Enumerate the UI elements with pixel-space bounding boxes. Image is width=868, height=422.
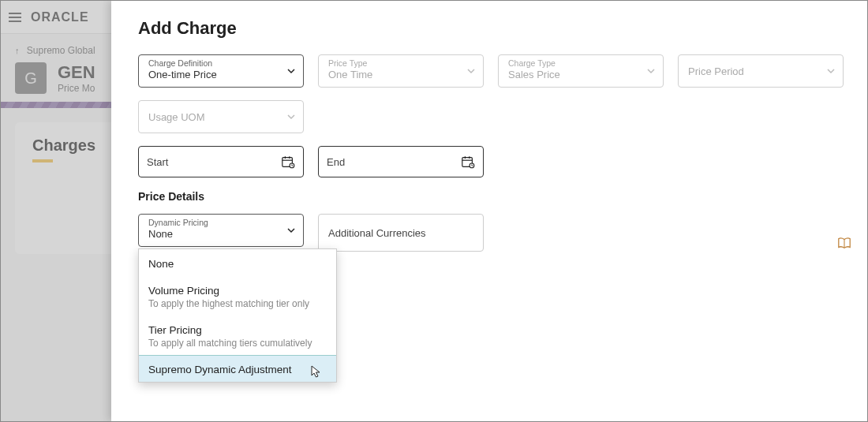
calendar-icon[interactable] [281, 155, 295, 169]
chevron-down-icon [287, 226, 295, 234]
dropdown-option-supremo-dynamic[interactable]: Supremo Dynamic Adjustment [139, 355, 336, 382]
field-value: None [148, 227, 295, 241]
additional-currencies-button[interactable]: Additional Currencies [318, 214, 484, 252]
charge-type-select[interactable]: Charge Type Sales Price [498, 54, 664, 88]
charge-definition-select[interactable]: Charge Definition One-time Price [138, 54, 304, 88]
field-label: Charge Type [508, 58, 655, 68]
dropdown-option-none[interactable]: None [139, 249, 336, 276]
field-label: Price Period [688, 58, 835, 85]
field-label: Usage UOM [148, 104, 295, 131]
field-label: Start [147, 156, 168, 168]
usage-uom-select[interactable]: Usage UOM [138, 100, 304, 133]
dropdown-option-volume-pricing[interactable]: Volume Pricing To apply the highest matc… [139, 276, 336, 316]
calendar-icon[interactable] [461, 155, 475, 169]
dynamic-pricing-select[interactable]: Dynamic Pricing None [138, 214, 304, 247]
field-label: Charge Definition [148, 58, 295, 68]
add-charge-panel: Add Charge Charge Definition One-time Pr… [111, 1, 867, 421]
panel-title: Add Charge [138, 18, 844, 39]
chevron-down-icon [287, 67, 295, 75]
chevron-down-icon [467, 67, 475, 75]
chevron-down-icon [647, 67, 655, 75]
price-period-select[interactable]: Price Period [678, 54, 844, 88]
field-label: Additional Currencies [328, 227, 426, 239]
chevron-down-icon [287, 113, 295, 121]
field-value: Sales Price [508, 68, 655, 82]
dropdown-option-tier-pricing[interactable]: Tier Pricing To apply all matching tiers… [139, 316, 336, 355]
book-icon[interactable] [837, 236, 851, 250]
start-date-input[interactable]: Start [138, 146, 304, 177]
option-label: None [148, 258, 327, 270]
option-label: Volume Pricing [148, 285, 327, 297]
field-value: One-time Price [148, 68, 295, 82]
option-label: Tier Pricing [148, 324, 327, 336]
field-label: Dynamic Pricing [148, 218, 295, 227]
chevron-down-icon [827, 67, 835, 75]
end-date-input[interactable]: End [318, 146, 484, 177]
option-description: To apply all matching tiers cumulatively [148, 338, 327, 349]
field-label: End [327, 156, 345, 168]
price-details-heading: Price Details [138, 190, 844, 203]
field-value: One Time [328, 68, 475, 82]
dynamic-pricing-dropdown: None Volume Pricing To apply the highest… [138, 248, 337, 383]
field-label: Price Type [328, 58, 475, 68]
option-description: To apply the highest matching tier only [148, 298, 327, 309]
option-label: Supremo Dynamic Adjustment [148, 364, 327, 375]
price-type-select[interactable]: Price Type One Time [318, 54, 484, 88]
